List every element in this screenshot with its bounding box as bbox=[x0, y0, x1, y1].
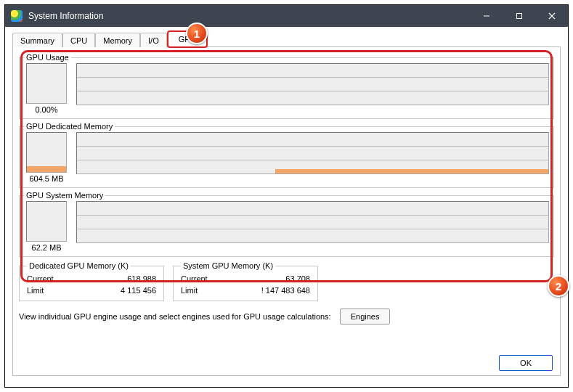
system-limit-label: Limit bbox=[181, 285, 198, 296]
ok-button[interactable]: OK bbox=[499, 355, 553, 371]
gpu-system-graph bbox=[76, 201, 549, 243]
gpu-usage-meter bbox=[26, 63, 67, 104]
gpu-dedicated-legend: GPU Dedicated Memory bbox=[24, 122, 115, 131]
dedicated-current-value: 618 988 bbox=[127, 273, 156, 285]
client-area: Summary CPU Memory I/O GPU GPU Usage 0.0… bbox=[5, 27, 568, 387]
engines-row: View individual GPU engine usage and sel… bbox=[19, 309, 554, 324]
dedicated-stats-group: Dedicated GPU Memory (K) Current 618 988… bbox=[19, 261, 164, 301]
dedicated-limit-value: 4 115 456 bbox=[121, 285, 156, 296]
system-limit-value: ! 147 483 648 bbox=[261, 285, 310, 296]
dedicated-limit-label: Limit bbox=[27, 285, 44, 296]
svg-rect-1 bbox=[516, 14, 521, 19]
gpu-usage-graph bbox=[76, 63, 549, 105]
dedicated-current-label: Current bbox=[27, 273, 54, 285]
gpu-usage-group: GPU Usage 0.00% bbox=[19, 53, 554, 119]
maximize-button[interactable] bbox=[503, 5, 535, 27]
annotation-badge-2: 2 bbox=[548, 275, 569, 297]
system-current-value: 63 708 bbox=[285, 273, 310, 285]
tab-cpu[interactable]: CPU bbox=[62, 33, 95, 47]
gpu-system-legend: GPU System Memory bbox=[24, 191, 105, 200]
engines-button[interactable]: Engines bbox=[340, 309, 391, 324]
gpu-usage-legend: GPU Usage bbox=[24, 53, 71, 62]
gpu-dedicated-meter bbox=[26, 132, 67, 173]
gpu-dedicated-value: 604.5 MB bbox=[29, 174, 63, 183]
app-icon bbox=[11, 10, 23, 22]
engines-text: View individual GPU engine usage and sel… bbox=[19, 312, 331, 321]
gpu-system-value: 62.2 MB bbox=[32, 243, 62, 252]
system-stats-group: System GPU Memory (K) Current 63 708 Lim… bbox=[173, 261, 318, 301]
tab-io[interactable]: I/O bbox=[140, 33, 167, 47]
gpu-dedicated-graph bbox=[76, 132, 549, 174]
window-title: System Information bbox=[28, 11, 103, 21]
gpu-usage-value: 0.00% bbox=[35, 105, 57, 114]
gpu-system-meter bbox=[26, 201, 67, 242]
titlebar[interactable]: System Information bbox=[5, 5, 568, 27]
window-frame: System Information Summary CPU Memory I/… bbox=[4, 4, 569, 388]
tab-summary[interactable]: Summary bbox=[12, 33, 62, 47]
minimize-button[interactable] bbox=[470, 5, 503, 27]
tab-content: GPU Usage 0.00% GPU Dedicated Memory bbox=[12, 46, 561, 376]
annotation-badge-1: 1 bbox=[186, 23, 208, 44]
tab-memory[interactable]: Memory bbox=[95, 33, 140, 47]
dialog-buttons: OK bbox=[499, 355, 553, 371]
dedicated-stats-legend: Dedicated GPU Memory (K) bbox=[27, 261, 131, 270]
gpu-dedicated-group: GPU Dedicated Memory 604.5 MB bbox=[19, 122, 554, 188]
system-current-label: Current bbox=[181, 273, 208, 285]
gpu-system-group: GPU System Memory 62.2 MB bbox=[19, 191, 554, 257]
tabs-row: Summary CPU Memory I/O GPU bbox=[12, 31, 561, 47]
close-button[interactable] bbox=[535, 5, 568, 27]
stats-row: Dedicated GPU Memory (K) Current 618 988… bbox=[19, 261, 554, 301]
system-stats-legend: System GPU Memory (K) bbox=[181, 261, 275, 270]
